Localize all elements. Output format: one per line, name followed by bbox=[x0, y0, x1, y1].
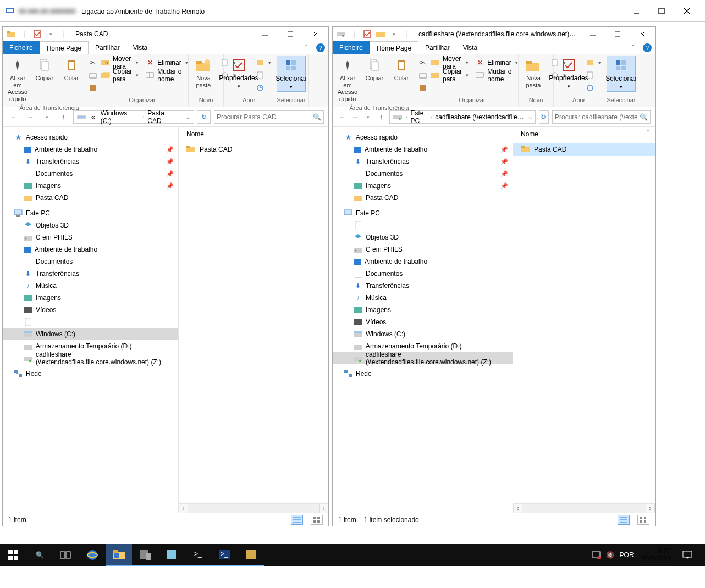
pin-to-quick-access-button[interactable]: Afixar em Acesso rápido bbox=[5, 56, 30, 104]
nav-tree[interactable]: ★Acesso rápido Ambiente de trabalho📌 ⬇Tr… bbox=[333, 127, 513, 513]
tree-item[interactable]: Documentos bbox=[3, 256, 178, 268]
maximize-button[interactable] bbox=[605, 27, 630, 41]
tree-item[interactable]: ♪Música bbox=[333, 292, 513, 304]
taskbar-clock[interactable]: 8:27 30/7/2019 bbox=[638, 547, 674, 563]
rename-button[interactable]: Mudar o nome bbox=[473, 69, 520, 81]
tray-volume-icon[interactable]: 🔇 bbox=[606, 551, 614, 559]
delete-button[interactable]: ✕Eliminar▾ bbox=[143, 57, 190, 69]
tree-item[interactable]: Objetos 3D bbox=[333, 231, 513, 243]
tree-item[interactable]: Ambiente de trabalho bbox=[333, 256, 513, 268]
tree-item[interactable]: Documentos📌 bbox=[3, 168, 178, 180]
minimize-button[interactable] bbox=[580, 27, 605, 41]
open-button[interactable]: ▾ bbox=[583, 57, 604, 69]
tree-item[interactable]: Imagens📌 bbox=[333, 180, 513, 192]
tree-item-selected[interactable]: Windows (C:) bbox=[3, 328, 178, 340]
tree-item[interactable]: ⬇Transferências bbox=[3, 268, 178, 280]
tree-item[interactable]: Imagens bbox=[3, 292, 178, 304]
qat-folder-icon[interactable] bbox=[5, 28, 17, 40]
tree-item[interactable]: Ambiente de trabalho📌 bbox=[3, 143, 178, 156]
qat-folder-icon[interactable] bbox=[374, 28, 387, 40]
horizontal-scrollbar[interactable]: ‹› bbox=[513, 503, 655, 513]
move-to-button[interactable]: Mover para▾ bbox=[98, 57, 141, 69]
task-app-icon[interactable] bbox=[238, 544, 264, 566]
breadcrumb-dropdown-icon[interactable]: ⌵ bbox=[527, 113, 534, 121]
tree-this-pc[interactable]: Este PC bbox=[3, 207, 178, 219]
tray-lang[interactable]: POR bbox=[620, 551, 634, 559]
tab-view[interactable]: Vista bbox=[456, 41, 484, 54]
qat-properties-icon[interactable] bbox=[361, 28, 373, 40]
tab-view[interactable]: Vista bbox=[126, 41, 154, 54]
task-view-button[interactable] bbox=[53, 544, 79, 566]
rdp-minimize-button[interactable] bbox=[624, 0, 649, 22]
taskbar[interactable]: 🔍 >_ >_ 🔇 POR 8:27 30/7/2019 bbox=[0, 544, 705, 566]
tree-item[interactable]: C em PHILS bbox=[333, 243, 513, 256]
show-desktop-button[interactable] bbox=[701, 544, 705, 566]
file-row[interactable]: Pasta CAD bbox=[179, 143, 328, 156]
ribbon-collapse-icon[interactable]: ˄ bbox=[626, 41, 640, 54]
tab-file[interactable]: Ficheiro bbox=[333, 41, 370, 54]
task-cmd-icon[interactable]: >_ bbox=[185, 544, 211, 566]
recent-locations-button[interactable]: ▾ bbox=[363, 110, 373, 124]
back-button[interactable]: ← bbox=[337, 110, 347, 124]
qat-dropdown-icon[interactable]: ▾ bbox=[45, 28, 57, 40]
scroll-left-icon[interactable]: ‹ bbox=[513, 504, 522, 513]
refresh-button[interactable]: ↻ bbox=[539, 110, 549, 124]
paste-button[interactable]: Colar bbox=[389, 56, 414, 84]
rename-button[interactable]: Mudar o nome bbox=[143, 69, 190, 81]
tree-item[interactable] bbox=[333, 219, 513, 231]
close-button[interactable] bbox=[303, 27, 328, 41]
breadcrumb-item-1[interactable]: Windows (C:) bbox=[98, 109, 142, 125]
tree-item[interactable]: Pasta CAD bbox=[3, 192, 178, 204]
action-center-icon[interactable] bbox=[674, 544, 701, 566]
paste-button[interactable]: Colar bbox=[59, 56, 84, 84]
tree-quick-access[interactable]: ★Acesso rápido bbox=[3, 131, 178, 143]
tree-item[interactable]: ⬇Transferências📌 bbox=[3, 156, 178, 168]
tab-file[interactable]: Ficheiro bbox=[3, 41, 40, 54]
tree-item[interactable]: Imagens bbox=[333, 304, 513, 316]
up-button[interactable]: ↑ bbox=[377, 110, 387, 124]
tab-share[interactable]: Partilhar bbox=[89, 41, 126, 54]
up-button[interactable]: ↑ bbox=[57, 110, 70, 124]
history-button[interactable] bbox=[253, 82, 274, 94]
search-input[interactable] bbox=[555, 113, 637, 121]
copy-button[interactable]: Copiar bbox=[32, 56, 57, 84]
help-icon[interactable]: ? bbox=[643, 43, 652, 52]
tree-item[interactable] bbox=[3, 316, 178, 328]
breadcrumb[interactable]: › Este PC› cadfileshare (\\extendcadfile… bbox=[389, 110, 535, 124]
scroll-left-icon[interactable]: ‹ bbox=[179, 504, 188, 513]
breadcrumb-dropdown-icon[interactable]: ⌵ bbox=[183, 113, 192, 121]
explorer-left-titlebar[interactable]: | ▾ | Pasta CAD bbox=[3, 27, 328, 41]
scroll-right-icon[interactable]: › bbox=[646, 504, 655, 513]
tree-item[interactable]: ♪Música bbox=[3, 280, 178, 292]
column-header-name[interactable]: Nome˄ bbox=[513, 127, 655, 141]
tree-item[interactable]: Documentos📌 bbox=[333, 168, 513, 180]
qat-properties-icon[interactable] bbox=[31, 28, 43, 40]
edit-button[interactable] bbox=[583, 69, 604, 81]
breadcrumb-item-1[interactable]: Este PC bbox=[408, 109, 429, 125]
copy-button[interactable]: Copiar bbox=[362, 56, 387, 84]
file-list[interactable]: Nome Pasta CAD ‹› bbox=[179, 127, 328, 513]
breadcrumb-item-2[interactable]: cadfileshare (\\extendcadfile… bbox=[433, 113, 526, 121]
tab-home[interactable]: Home Page bbox=[40, 41, 89, 54]
tree-network[interactable]: Rede bbox=[333, 368, 513, 380]
tree-network[interactable]: Rede bbox=[3, 368, 178, 380]
tree-item[interactable]: Objetos 3D bbox=[3, 219, 178, 231]
tree-this-pc[interactable]: Este PC bbox=[333, 207, 513, 219]
task-search-button[interactable]: 🔍 bbox=[26, 544, 53, 566]
file-list[interactable]: Nome˄ Pasta CAD ‹› bbox=[513, 127, 655, 513]
select-button[interactable]: Selecionar▾ bbox=[277, 56, 306, 92]
rdp-close-button[interactable] bbox=[674, 0, 700, 22]
pin-to-quick-access-button[interactable]: Afixar em Acesso rápido bbox=[335, 56, 360, 104]
tree-item[interactable]: Ambiente de trabalho📌 bbox=[333, 143, 513, 156]
details-view-button[interactable] bbox=[618, 515, 630, 525]
new-folder-button[interactable]: Nova pasta bbox=[521, 56, 546, 90]
column-header-name[interactable]: Nome bbox=[179, 127, 328, 141]
nav-tree[interactable]: ★Acesso rápido Ambiente de trabalho📌 ⬇Tr… bbox=[3, 127, 179, 513]
refresh-button[interactable]: ↻ bbox=[197, 110, 211, 124]
explorer-right-titlebar[interactable]: | ▾ | cadfileshare (\\extendcadfiles.fil… bbox=[333, 27, 655, 41]
qat-dropdown-icon[interactable]: ▾ bbox=[388, 28, 400, 40]
rdp-maximize-button[interactable] bbox=[649, 0, 674, 22]
details-view-button[interactable] bbox=[291, 515, 303, 525]
breadcrumb[interactable]: « Windows (C:)› Pasta CAD ⌵ bbox=[73, 110, 194, 124]
tree-quick-access[interactable]: ★Acesso rápido bbox=[333, 131, 513, 143]
